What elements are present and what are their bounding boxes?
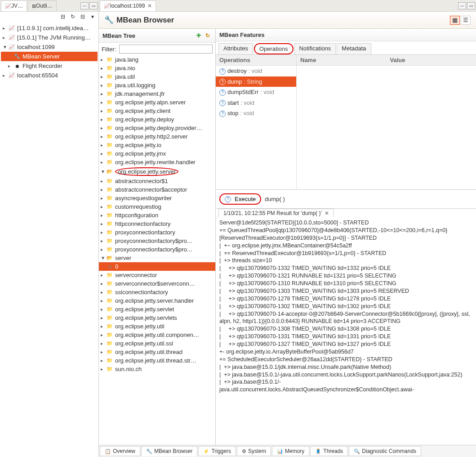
mbean-tree-item[interactable]: ▸httpconfiguration (99, 211, 215, 220)
execute-button[interactable]: ?Execute (219, 193, 261, 205)
mbean-tree-item[interactable]: ▸org.eclipse.jetty.util (99, 322, 215, 331)
mbean-tree-item[interactable]: ▼org.eclipse.jetty.server (99, 166, 215, 177)
mbean-tree-item[interactable]: ▸java.lang (99, 55, 215, 64)
menu-icon[interactable]: ▾ (89, 13, 97, 21)
mbean-tree-item[interactable]: ▸proxyconnectionfactory$pro… (99, 245, 215, 254)
view-grid-button[interactable]: ▦ (450, 16, 460, 25)
feature-tab-metadata[interactable]: Metadata (337, 43, 371, 54)
left-toolbar: ⊟ ↻ ⊟ ▾ (0, 12, 98, 22)
bean-icon (106, 264, 113, 269)
operation-item[interactable]: ?dumpStdErr : void (216, 87, 296, 98)
mbean-tree-item[interactable]: ▸java.util.logging (99, 81, 215, 90)
mbean-tree-item[interactable]: ▸abstractconnector$1 (99, 177, 215, 185)
feature-tab-attributes[interactable]: Attributes (218, 43, 253, 54)
mbean-tree-item[interactable]: ▸org.eclipse.jetty.io (99, 141, 215, 149)
mbean-tree-item[interactable]: ▸org.eclipse.jetty.jmx (99, 149, 215, 158)
mbean-tree-item[interactable]: ▸java.nio (99, 64, 215, 72)
close-icon[interactable]: ✕ (147, 3, 152, 9)
mbean-tree-item[interactable]: 0 (99, 262, 215, 271)
mbean-tree-item[interactable]: ▸abstractconnector$acceptor (99, 185, 215, 194)
tree-icon[interactable]: ⊟ (59, 13, 67, 21)
mbean-tree-item[interactable]: ▸org.eclipse.jetty.deploy.provider… (99, 124, 215, 132)
operation-item[interactable]: ?destroy : void (216, 66, 296, 76)
mbean-tree-item[interactable]: ▸org.eclipse.jetty.util.componen… (99, 331, 215, 339)
mbean-tree-item[interactable]: ▸org.eclipse.jetty.http2.server (99, 132, 215, 141)
mbean-tree-item[interactable]: ▸sun.nio.ch (99, 365, 215, 373)
mbean-tree-item[interactable]: ▸serverconnector$serverconn… (99, 279, 215, 288)
mbean-tree-item[interactable]: ▸org.eclipse.jetty.util.ssl (99, 339, 215, 348)
close-result-icon[interactable]: ✕ (325, 210, 329, 216)
bottom-tab-threads[interactable]: 🧵Threads (310, 446, 348, 456)
result-tab[interactable]: 1/10/21, 10:12:55 PM Result for 'dump( )… (218, 209, 334, 217)
tab-outline[interactable]: ⊞ Outli… (28, 0, 57, 11)
mbean-tree-item[interactable]: ▸serverconnector (99, 271, 215, 279)
jvm-tree-item[interactable]: ▸📈localhost:65504 (1, 71, 98, 80)
mbean-tree-item[interactable]: ▸org.eclipse.jetty.alpn.server (99, 98, 215, 107)
left-tab-bar: 📈 JV… ⊞ Outli… — ▭ (0, 0, 98, 12)
bottom-tab-mbean-browser[interactable]: 🔧MBean Browser (141, 446, 197, 456)
bottom-tab-memory[interactable]: 📊Memory (272, 446, 309, 456)
jvm-tree-item[interactable]: ▼📈localhost:1099 (1, 42, 98, 52)
feature-tab-notifications[interactable]: Notifications (294, 43, 336, 54)
bottom-tab-overview[interactable]: 📋Overview (100, 446, 140, 456)
tab-jv[interactable]: 📈 JV… (1, 0, 27, 11)
bottom-tab-triggers[interactable]: ⚡Triggers (198, 446, 236, 456)
minimize-button[interactable]: — (80, 2, 89, 9)
mbean-tree-item[interactable]: ▸org.eclipse.jetty.servlets (99, 314, 215, 322)
jvm-tree[interactable]: ▸📈[11.0.9.1] com.intellij.idea…▸📈[15.0.1… (0, 22, 98, 457)
jvm-tree-item[interactable]: ▸📈[15.0.1] The JVM Running… (1, 33, 98, 42)
browser-icon: 🔧 (104, 15, 114, 25)
add-icon[interactable]: ✚ (195, 31, 203, 40)
folder-icon (106, 212, 113, 218)
filter-input[interactable] (119, 45, 213, 54)
mbean-tree-item[interactable]: ▸java.util (99, 72, 215, 81)
jvm-tree-item[interactable]: ▸⏺Flight Recorder (1, 61, 98, 71)
mbean-tree-item[interactable]: ▸org.eclipse.jetty.servlet (99, 305, 215, 314)
mbean-tree-item[interactable]: ▸org.eclipse.jetty.util.thread (99, 348, 215, 356)
mbean-tree-item[interactable]: ▸org.eclipse.jetty.rewrite.handler (99, 158, 215, 166)
bottom-tab-diagnostic-commands[interactable]: 🔍Diagnostic Commands (349, 446, 421, 456)
operation-item[interactable]: ?dump : String (216, 76, 296, 87)
mbean-tree-item[interactable]: ▸org.eclipse.jetty.deploy (99, 115, 215, 124)
mbean-tree-item[interactable]: ▸proxyconnectionfactory$pro… (99, 237, 215, 245)
folder-icon (106, 142, 113, 148)
jvm-tree-item[interactable]: ▸📈[11.0.9.1] com.intellij.idea… (1, 23, 98, 33)
folder-icon (106, 341, 113, 346)
collapse-icon[interactable]: ⊟ (79, 13, 87, 21)
folder-icon (106, 255, 113, 261)
mbean-tree-item[interactable]: ▸httpconnectionfactory (99, 220, 215, 228)
operation-item[interactable]: ?start : void (216, 98, 296, 108)
feature-tab-operations[interactable]: Operations (254, 43, 294, 54)
feature-tabs: AttributesOperationsNotificationsMetadat… (216, 41, 476, 55)
mbean-tree-item[interactable]: ▸org.eclipse.jetty.client (99, 107, 215, 115)
tab-icon: 🔍 (354, 448, 360, 454)
mbean-tree-item[interactable]: ▼server (99, 254, 215, 262)
features-header: MBean Features (216, 29, 476, 41)
operations-list[interactable]: ?destroy : void?dump : String?dumpStdErr… (216, 66, 296, 119)
minimize-button-main[interactable]: — (458, 2, 466, 9)
mbean-tree-item[interactable]: ▸sslconnectionfactory (99, 288, 215, 296)
jvm-icon: 📈 (5, 3, 11, 9)
help-icon: ? (219, 68, 226, 75)
tab-main[interactable]: 📈 localhost:1099✕ (100, 0, 156, 11)
bottom-tab-system[interactable]: ⚙System (237, 446, 271, 456)
mbean-tree-item[interactable]: ▸jdk.management.jfr (99, 90, 215, 98)
restore-button[interactable]: ▭ (89, 2, 98, 9)
mbean-tree-item[interactable]: ▸org.eclipse.jetty.util.thread.str… (99, 356, 215, 365)
outline-icon: ⊞ (32, 3, 36, 9)
view-list-button[interactable]: ☰ (461, 16, 471, 25)
jvm-icon: 📈 (8, 25, 15, 31)
refresh-icon[interactable]: ↻ (69, 13, 77, 21)
chart-icon: 📈 (104, 3, 110, 9)
mbean-tree-item[interactable]: ▸customrequestlog (99, 202, 215, 211)
mbean-tree-item[interactable]: ▸proxyconnectionfactory (99, 228, 215, 237)
mbean-tree[interactable]: ▸java.lang▸java.nio▸java.util▸java.util.… (99, 55, 215, 445)
operation-item[interactable]: ?stop : void (216, 108, 296, 119)
refresh-tree-icon[interactable]: ↻ (204, 31, 212, 40)
jvm-tree-item[interactable]: 🔧MBean Server (1, 52, 98, 61)
restore-button-main[interactable]: ▭ (467, 2, 475, 9)
mbean-tree-item[interactable]: ▸asyncrequestlogwriter (99, 194, 215, 202)
params-value-header: Value (387, 55, 476, 65)
mbean-tree-item[interactable]: ▸org.eclipse.jetty.server.handler (99, 296, 215, 305)
tab-icon: 📋 (105, 448, 111, 454)
